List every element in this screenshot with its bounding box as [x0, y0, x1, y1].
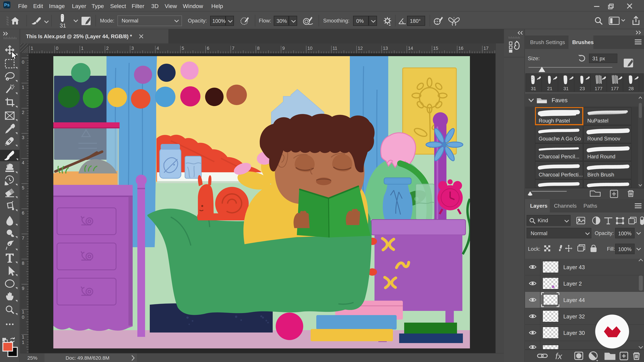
- svg-text:8: 8: [22, 261, 24, 266]
- svg-text:0: 0: [22, 60, 24, 65]
- svg-text:6: 6: [22, 211, 24, 216]
- svg-text:28: 28: [628, 86, 634, 91]
- svg-text:Charcoal Perfecti...: Charcoal Perfecti...: [539, 172, 583, 178]
- svg-text:10: 10: [308, 46, 312, 51]
- svg-text:1: 1: [22, 309, 24, 314]
- svg-text:2: 2: [22, 110, 24, 115]
- svg-text:Rough Pastel: Rough Pastel: [539, 118, 570, 124]
- svg-text:14: 14: [408, 46, 413, 51]
- svg-text:1: 1: [31, 46, 33, 51]
- svg-text:1: 1: [22, 340, 24, 345]
- svg-text:5: 5: [182, 46, 184, 51]
- svg-text:NuPastel: NuPastel: [587, 118, 608, 124]
- svg-text:Layer 43: Layer 43: [563, 264, 585, 270]
- svg-text:3: 3: [22, 135, 24, 140]
- svg-text:23: 23: [580, 86, 585, 91]
- svg-text:31: 31: [531, 86, 536, 91]
- svg-text:4: 4: [156, 46, 159, 51]
- svg-text:17: 17: [484, 46, 488, 51]
- svg-text:Charcoal Pencil...: Charcoal Pencil...: [539, 154, 580, 160]
- svg-text:21: 21: [547, 86, 552, 91]
- svg-text:Round Smoov: Round Smoov: [587, 136, 620, 142]
- svg-text:12: 12: [358, 46, 363, 51]
- svg-text:1: 1: [22, 335, 24, 340]
- svg-text:Hard Round: Hard Round: [587, 154, 615, 160]
- svg-text:Layer 2: Layer 2: [563, 281, 582, 287]
- svg-text:13: 13: [383, 46, 388, 51]
- svg-text:31: 31: [563, 86, 568, 91]
- svg-text:8: 8: [257, 46, 260, 51]
- svg-text:Layer 32: Layer 32: [563, 313, 585, 320]
- svg-text:0: 0: [22, 315, 24, 320]
- svg-text:31: 31: [60, 22, 66, 28]
- svg-text:0: 0: [56, 46, 58, 51]
- svg-text:3: 3: [131, 46, 134, 51]
- svg-text:177: 177: [595, 86, 602, 91]
- svg-text:7: 7: [232, 46, 234, 51]
- svg-text:Birch Brush: Birch Brush: [587, 172, 614, 178]
- svg-text:Layer 44: Layer 44: [563, 297, 585, 303]
- svg-text:1: 1: [81, 46, 84, 51]
- svg-text:7: 7: [22, 236, 24, 241]
- svg-text:9: 9: [282, 46, 285, 51]
- svg-text:1: 1: [22, 85, 24, 90]
- svg-text:2: 2: [106, 46, 109, 51]
- svg-text:Gouache A Go Go: Gouache A Go Go: [539, 136, 581, 142]
- svg-text:5: 5: [22, 185, 24, 190]
- svg-text:16: 16: [458, 46, 464, 51]
- svg-text:4: 4: [22, 160, 24, 165]
- svg-text:11: 11: [332, 46, 337, 51]
- svg-text:15: 15: [433, 46, 438, 51]
- svg-text:fx: fx: [555, 351, 562, 361]
- svg-text:177: 177: [611, 86, 619, 91]
- svg-text:9: 9: [22, 286, 24, 291]
- svg-text:Layer 30: Layer 30: [563, 330, 585, 336]
- svg-text:6: 6: [207, 46, 209, 51]
